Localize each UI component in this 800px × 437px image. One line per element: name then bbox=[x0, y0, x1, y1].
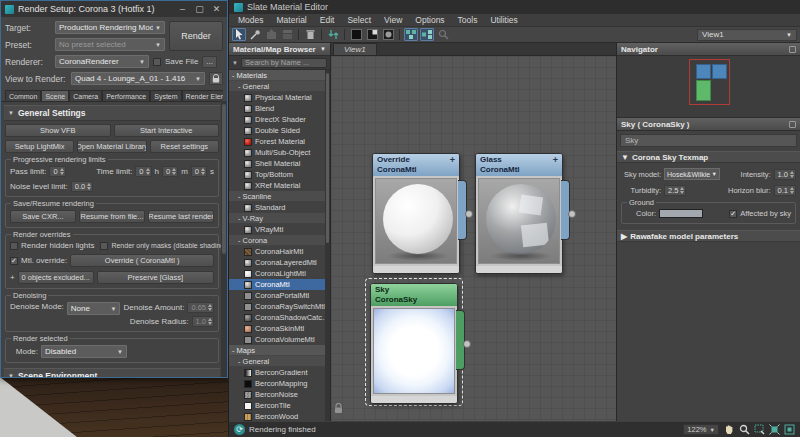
node-output-socket[interactable] bbox=[463, 340, 471, 348]
delete-item-icon[interactable] bbox=[303, 28, 317, 41]
tab-view1[interactable]: View1 bbox=[333, 43, 377, 55]
pin-icon[interactable] bbox=[789, 121, 796, 128]
exclude-plus-icon[interactable]: + bbox=[10, 273, 15, 282]
active-view-dropdown[interactable]: View1▼ bbox=[697, 29, 797, 41]
render-selected-mode-dropdown[interactable]: Disabled▼ bbox=[41, 345, 127, 358]
browser-category[interactable]: - Maps bbox=[229, 345, 330, 356]
browser-scrollbar[interactable] bbox=[325, 70, 330, 421]
render-hidden-lights-checkbox[interactable] bbox=[10, 242, 18, 250]
render-setup-scrollbar[interactable] bbox=[221, 101, 227, 377]
browser-subcategory[interactable]: - V-Ray bbox=[229, 213, 330, 224]
pass-limit-field[interactable]: 0 bbox=[49, 166, 65, 177]
target-dropdown[interactable]: Production Rendering Mode▼ bbox=[55, 21, 165, 34]
zoom-region-icon[interactable] bbox=[753, 424, 765, 436]
browser-item-coronarayswitchmtl[interactable]: CoronaRaySwitchMtl bbox=[229, 301, 330, 312]
browser-item-top-bottom[interactable]: Top/Bottom bbox=[229, 169, 330, 180]
save-file-checkbox[interactable] bbox=[153, 58, 161, 66]
zoom-extents-icon[interactable] bbox=[768, 424, 780, 436]
start-interactive-button[interactable]: Start Interactive bbox=[114, 124, 220, 137]
setup-lightmix-button[interactable]: Setup LightMix bbox=[5, 140, 74, 153]
lock-icon[interactable] bbox=[334, 403, 343, 414]
lock-view-button[interactable] bbox=[209, 72, 223, 85]
general-settings-rollout[interactable]: ▼ General Settings bbox=[4, 105, 220, 121]
menu-tools[interactable]: Tools bbox=[458, 15, 478, 25]
move-children-icon[interactable] bbox=[326, 28, 340, 41]
node-output-socket[interactable] bbox=[465, 210, 473, 218]
layout-children-icon[interactable] bbox=[420, 28, 434, 41]
browser-item-shell-material[interactable]: Shell Material bbox=[229, 158, 330, 169]
objects-excluded-button[interactable]: 0 objects excluded... bbox=[18, 271, 94, 284]
zoom-icon[interactable] bbox=[738, 424, 750, 436]
browser-subcategory[interactable]: - General bbox=[229, 356, 330, 367]
navigator-header[interactable]: Navigator bbox=[617, 43, 800, 56]
browser-item-coronahairmtl[interactable]: CoronaHairMtl bbox=[229, 246, 330, 257]
time-s-field[interactable]: 0 bbox=[191, 166, 207, 177]
browser-item-bercongradient[interactable]: BerconGradient bbox=[229, 367, 330, 378]
render-only-masks-checkbox[interactable] bbox=[100, 242, 108, 250]
browser-item-coronalayeredmtl[interactable]: CoronaLayeredMtl bbox=[229, 257, 330, 268]
menu-options[interactable]: Options bbox=[415, 15, 444, 25]
browser-item-coronaportalmtl[interactable]: CoronaPortalMtl bbox=[229, 290, 330, 301]
affected-by-sky-checkbox[interactable] bbox=[729, 210, 737, 218]
navigator-minimap[interactable] bbox=[617, 56, 800, 118]
show-background-icon[interactable] bbox=[365, 28, 379, 41]
browser-category[interactable]: - Materials bbox=[229, 70, 330, 81]
resume-last-render-button[interactable]: Resume last render bbox=[148, 210, 214, 223]
put-to-library-icon[interactable] bbox=[280, 28, 294, 41]
menu-utilities[interactable]: Utilities bbox=[490, 15, 517, 25]
node-glass-coronamtl[interactable]: Glass CoronaMtl + bbox=[475, 153, 563, 274]
browser-subcategory[interactable]: - Corona bbox=[229, 235, 330, 246]
show-vfb-button[interactable]: Show VFB bbox=[5, 124, 111, 137]
renderer-dropdown[interactable]: CoronaRenderer▼ bbox=[55, 55, 149, 68]
browser-item-berconnoise[interactable]: BerconNoise bbox=[229, 389, 330, 400]
search-input[interactable]: Search by Name ... bbox=[241, 58, 327, 68]
menu-edit[interactable]: Edit bbox=[320, 15, 335, 25]
noise-limit-field[interactable]: 0.0 bbox=[71, 181, 93, 192]
layout-all-icon[interactable] bbox=[404, 28, 418, 41]
minimize-button[interactable]: – bbox=[176, 2, 189, 16]
maximize-button[interactable]: ▢ bbox=[193, 2, 206, 16]
expand-slots-icon[interactable]: + bbox=[553, 155, 558, 165]
node-header[interactable]: Glass CoronaMtl + bbox=[476, 154, 562, 176]
node-canvas[interactable]: Override CoronaMtl + bbox=[331, 56, 616, 421]
render-button[interactable]: Render bbox=[169, 21, 223, 51]
browser-item-berconwood[interactable]: BerconWood bbox=[229, 411, 330, 421]
ground-color-swatch[interactable] bbox=[659, 209, 703, 218]
browser-item-vraymtl[interactable]: VRayMtl bbox=[229, 224, 330, 235]
parameter-editor-header[interactable]: Sky ( CoronaSky ) bbox=[617, 118, 800, 131]
browser-header[interactable]: Material/Map Browser ▼ bbox=[229, 43, 330, 56]
open-material-library-button[interactable]: Open Material Library bbox=[77, 140, 146, 153]
rawafake-rollout[interactable]: ▶ Rawafake model parameters bbox=[617, 230, 800, 242]
zoom-extents-icon[interactable] bbox=[436, 28, 450, 41]
search-filter-icon[interactable]: ▼ bbox=[232, 60, 238, 66]
node-header[interactable]: Sky CoronaSky bbox=[371, 284, 457, 306]
close-button[interactable]: ✕ bbox=[210, 2, 223, 16]
zoom-extents-selected-icon[interactable] bbox=[783, 424, 795, 436]
show-end-result-icon[interactable] bbox=[381, 28, 395, 41]
sample-preview-icon[interactable] bbox=[349, 28, 363, 41]
time-h-field[interactable]: 0 bbox=[135, 166, 151, 177]
material-name-field[interactable]: Sky bbox=[620, 134, 797, 147]
resume-from-file-button[interactable]: Resume from file... bbox=[79, 210, 145, 223]
browser-item-coronaskinmtl[interactable]: CoronaSkinMtl bbox=[229, 323, 330, 334]
browser-subcategory[interactable]: - General bbox=[229, 81, 330, 92]
time-m-field[interactable]: 0 bbox=[162, 166, 178, 177]
menu-select[interactable]: Select bbox=[347, 15, 371, 25]
turbidity-field[interactable]: 2.5 bbox=[664, 185, 686, 196]
node-override-coronamtl[interactable]: Override CoronaMtl + bbox=[372, 153, 460, 274]
save-file-browse-button[interactable]: ... bbox=[202, 56, 217, 68]
zoom-level-dropdown[interactable]: 122%▼ bbox=[683, 424, 719, 435]
scene-environment-rollout[interactable]: ▼ Scene Environment bbox=[4, 368, 220, 377]
node-output-socket[interactable] bbox=[568, 210, 576, 218]
render-setup-titlebar[interactable]: Render Setup: Corona 3 (Hotfix 1) – ▢ ✕ bbox=[1, 1, 227, 17]
intensity-field[interactable]: 1.0 bbox=[774, 169, 796, 180]
preset-dropdown[interactable]: No preset selected▼ bbox=[55, 38, 165, 51]
corona-sky-texmap-rollout[interactable]: ▼ Corona Sky Texmap bbox=[617, 151, 800, 163]
browser-item-double-sided[interactable]: Double Sided bbox=[229, 125, 330, 136]
browser-item-coronamtl[interactable]: CoronaMtl bbox=[229, 279, 330, 290]
browser-item-xref-material[interactable]: XRef Material bbox=[229, 180, 330, 191]
horizon-blur-field[interactable]: 0.1 bbox=[774, 185, 796, 196]
expand-slots-icon[interactable]: + bbox=[450, 155, 455, 165]
menu-modes[interactable]: Modes bbox=[238, 15, 264, 25]
browser-item-forest-material[interactable]: Forest Material bbox=[229, 136, 330, 147]
